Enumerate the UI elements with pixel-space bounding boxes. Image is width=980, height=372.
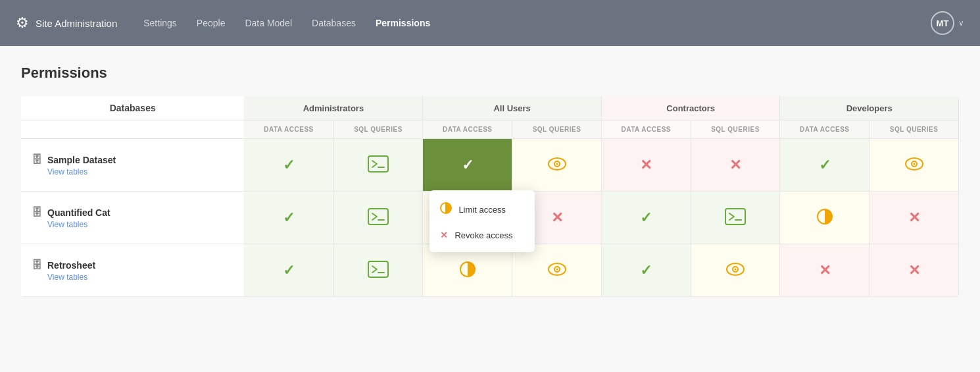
cell-sample-contractors-sql[interactable]: ✕ bbox=[691, 139, 780, 192]
cell-retrosheet-admin-data[interactable]: ✓ bbox=[244, 244, 333, 297]
view-tables-link-quantified[interactable]: View tables bbox=[47, 220, 233, 229]
db-name-retrosheet: 🗄 Retrosheet bbox=[32, 259, 233, 271]
db-name-cell: 🗄 Quantified Cat View tables bbox=[21, 192, 244, 244]
cell-retrosheet-developers-data[interactable]: ✕ bbox=[780, 244, 870, 297]
view-tables-link-retrosheet[interactable]: View tables bbox=[47, 273, 233, 282]
cell-retrosheet-admin-sql[interactable] bbox=[333, 244, 423, 297]
eye-icon bbox=[905, 157, 923, 171]
x-icon: ✕ bbox=[551, 209, 563, 226]
db-label: Quantified Cat bbox=[47, 207, 110, 218]
x-icon: ✕ bbox=[908, 262, 920, 279]
limit-access-label: Limit access bbox=[458, 205, 506, 215]
group-headers-row: Databases Administrators All Users Contr… bbox=[21, 96, 959, 120]
permissions-table: Databases Administrators All Users Contr… bbox=[21, 96, 959, 297]
revoke-access-item[interactable]: ✕ Revoke access bbox=[429, 223, 535, 247]
user-menu[interactable]: MT ∨ bbox=[931, 11, 964, 35]
database-icon: 🗄 bbox=[32, 259, 42, 271]
eye-icon bbox=[548, 157, 566, 171]
sub-header-allusers-data: DATA ACCESS bbox=[423, 120, 512, 139]
db-label: Retrosheet bbox=[47, 260, 95, 271]
cell-quantified-developers-data[interactable] bbox=[780, 192, 870, 244]
db-name-quantified: 🗄 Quantified Cat bbox=[32, 207, 233, 219]
cell-sample-admin-sql[interactable] bbox=[333, 139, 423, 192]
database-icon: 🗄 bbox=[32, 154, 42, 166]
svg-point-22 bbox=[556, 268, 558, 270]
check-icon: ✓ bbox=[283, 209, 295, 226]
svg-point-25 bbox=[735, 268, 737, 270]
cell-sample-allusers-sql[interactable] bbox=[512, 139, 602, 192]
nav-datamodel[interactable]: Data Model bbox=[245, 18, 292, 28]
database-icon: 🗄 bbox=[32, 207, 42, 219]
cell-quantified-admin-sql[interactable] bbox=[333, 192, 423, 244]
cell-retrosheet-developers-sql[interactable]: ✕ bbox=[870, 244, 959, 297]
view-tables-link-sample[interactable]: View tables bbox=[47, 167, 233, 176]
sub-header-allusers-sql: SQL QUERIES bbox=[512, 120, 602, 139]
svg-rect-14 bbox=[725, 209, 745, 225]
navigation: ⚙ Site Administration Settings People Da… bbox=[0, 0, 980, 46]
cell-quantified-developers-sql[interactable]: ✕ bbox=[870, 192, 959, 244]
site-title: Site Administration bbox=[36, 18, 117, 29]
cell-sample-allusers-data[interactable]: ✓ Limit bbox=[423, 139, 512, 192]
revoke-access-label: Revoke access bbox=[454, 230, 512, 240]
cell-sample-developers-sql[interactable] bbox=[870, 139, 959, 192]
half-circle-icon bbox=[440, 202, 452, 217]
cell-quantified-contractors-data[interactable]: ✓ bbox=[601, 192, 691, 244]
terminal-icon bbox=[368, 155, 389, 173]
group-header-contractors: Contractors bbox=[601, 96, 780, 120]
group-header-developers: Developers bbox=[780, 96, 959, 120]
logo-icon: ⚙ bbox=[16, 14, 29, 32]
chevron-down-icon: ∨ bbox=[958, 18, 964, 28]
sub-header-admin-sql: SQL QUERIES bbox=[333, 120, 423, 139]
check-icon-active: ✓ bbox=[462, 157, 474, 173]
page-title: Permissions bbox=[21, 65, 959, 82]
nav-permissions[interactable]: Permissions bbox=[376, 18, 430, 28]
group-header-administrators: Administrators bbox=[244, 96, 423, 120]
cell-retrosheet-contractors-sql[interactable] bbox=[691, 244, 780, 297]
svg-rect-17 bbox=[368, 261, 388, 277]
terminal-icon bbox=[368, 261, 389, 278]
db-name-cell: 🗄 Sample Dataset View tables bbox=[21, 139, 244, 192]
sub-headers-row: DATA ACCESS SQL QUERIES DATA ACCESS SQL … bbox=[21, 120, 959, 139]
svg-point-9 bbox=[913, 163, 915, 165]
terminal-icon bbox=[368, 208, 389, 225]
x-icon: ✕ bbox=[729, 157, 741, 173]
check-icon: ✓ bbox=[640, 209, 652, 226]
cell-sample-contractors-data[interactable]: ✕ bbox=[601, 139, 691, 192]
cell-quantified-contractors-sql[interactable] bbox=[691, 192, 780, 244]
db-name-sample: 🗄 Sample Dataset bbox=[32, 154, 233, 166]
check-icon: ✓ bbox=[283, 262, 295, 279]
sub-header-admin-data: DATA ACCESS bbox=[244, 120, 333, 139]
x-icon: ✕ bbox=[908, 209, 920, 226]
check-icon: ✓ bbox=[819, 157, 831, 173]
sub-header-contractors-data: DATA ACCESS bbox=[601, 120, 691, 139]
svg-rect-10 bbox=[368, 209, 388, 225]
terminal-icon bbox=[725, 208, 746, 225]
half-circle-icon bbox=[816, 208, 833, 225]
limit-access-item[interactable]: Limit access bbox=[429, 196, 535, 223]
permissions-table-container: Databases Administrators All Users Contr… bbox=[21, 96, 959, 297]
main-content: Permissions Databases Administrators All… bbox=[0, 46, 980, 372]
cell-quantified-admin-data[interactable]: ✓ bbox=[244, 192, 333, 244]
access-dropdown: Limit access ✕ Revoke access bbox=[429, 190, 535, 252]
group-header-allusers: All Users bbox=[423, 96, 602, 120]
check-icon: ✓ bbox=[283, 157, 295, 173]
nav-databases[interactable]: Databases bbox=[312, 18, 356, 28]
nav-people[interactable]: People bbox=[197, 18, 226, 28]
cell-sample-admin-data[interactable]: ✓ bbox=[244, 139, 333, 192]
svg-rect-0 bbox=[368, 156, 388, 172]
cell-sample-developers-data[interactable]: ✓ bbox=[780, 139, 870, 192]
eye-icon bbox=[548, 263, 566, 276]
nav-links: Settings People Data Model Databases Per… bbox=[143, 18, 931, 28]
db-name-cell: 🗄 Retrosheet View tables bbox=[21, 244, 244, 297]
table-row: 🗄 Sample Dataset View tables ✓ bbox=[21, 139, 959, 192]
avatar[interactable]: MT bbox=[931, 11, 954, 35]
svg-point-6 bbox=[556, 163, 558, 165]
half-circle-icon bbox=[459, 261, 476, 278]
eye-icon bbox=[726, 263, 745, 276]
x-icon: ✕ bbox=[819, 262, 831, 279]
sub-header-developers-data: DATA ACCESS bbox=[780, 120, 870, 139]
nav-settings[interactable]: Settings bbox=[143, 18, 177, 28]
cell-retrosheet-contractors-data[interactable]: ✓ bbox=[601, 244, 691, 297]
sub-header-contractors-sql: SQL QUERIES bbox=[691, 120, 780, 139]
db-column-header: Databases bbox=[21, 96, 244, 120]
